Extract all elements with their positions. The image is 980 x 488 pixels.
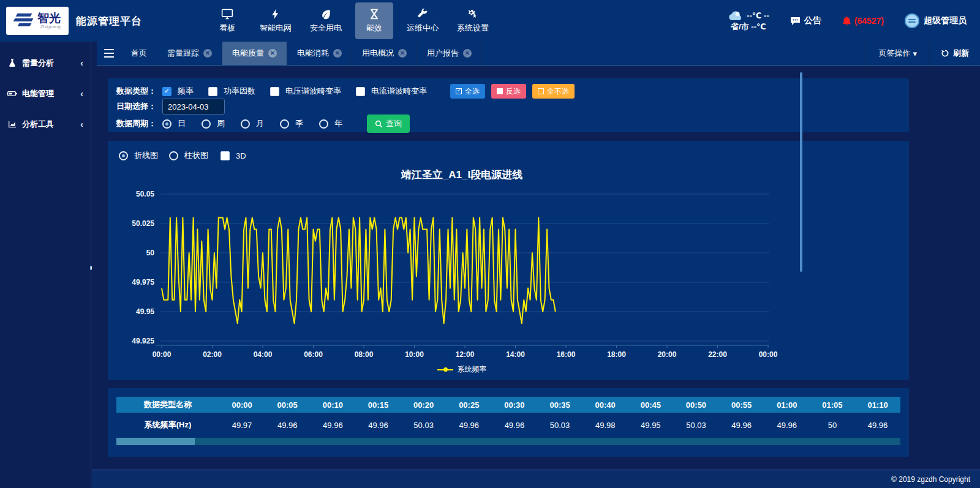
monitor-icon [221, 8, 233, 20]
radio-period-year[interactable] [319, 119, 328, 129]
invert-selection-label: 反选 [506, 86, 521, 97]
sidebar-item-energy-management[interactable]: 电能管理 ‹ [0, 78, 91, 109]
cloud-icon [728, 10, 744, 21]
select-none-button[interactable]: 全不选 [532, 84, 575, 99]
close-icon[interactable]: ✕ [398, 49, 407, 58]
x-axis-tick-label: 12:00 [456, 350, 475, 359]
checkbox-power-factor[interactable] [208, 87, 217, 96]
nav-item-dashboard[interactable]: 看板 [208, 2, 246, 39]
close-icon[interactable]: ✕ [268, 49, 277, 58]
table-header-name-cell: 数据类型名称 [116, 397, 219, 413]
checkbox-label[interactable]: 功率因数 [224, 86, 255, 97]
radio-bar-chart[interactable] [169, 151, 178, 160]
nav-item-safe-power[interactable]: 安全用电 [305, 2, 347, 39]
nav-item-smart-grid[interactable]: 智能电网 [255, 2, 296, 39]
table-header-time-cell: 01:00 [764, 397, 810, 413]
radio-label[interactable]: 周 [217, 118, 225, 129]
table-row: 系统频率(Hz)49.9749.9649.9649.9650.0349.9649… [116, 417, 900, 433]
select-all-button[interactable]: 全选 [450, 84, 485, 99]
brand-logo-icon [14, 13, 35, 29]
tab-label: 用电概况 [362, 48, 394, 59]
sidebar-item-demand-analysis[interactable]: 需量分析 ‹ [0, 48, 91, 78]
content-scrollbar-thumb[interactable] [800, 72, 802, 272]
table-h-scrollbar-thumb[interactable] [116, 438, 195, 445]
select-all-label: 全选 [465, 86, 480, 97]
nav-item-ops-center[interactable]: 运维中心 [402, 2, 443, 39]
weather-temp: --℃ -- [747, 10, 769, 21]
header-right: --℃ -- 省/市 --℃ 公告 (64527) 超级管理员 [728, 10, 980, 32]
checkbox-label[interactable]: 电流谐波畸变率 [371, 86, 427, 97]
radio-label[interactable]: 季 [295, 118, 303, 129]
legend-label: 系统频率 [458, 364, 487, 375]
chart-legend[interactable]: 系统频率 [156, 364, 768, 375]
refresh-icon [941, 49, 949, 58]
notice-button[interactable]: 公告 [790, 15, 821, 26]
table-header-time-cell: 00:00 [219, 397, 265, 413]
radio-period-quarter[interactable] [280, 119, 289, 129]
alarm-count: (64527) [854, 16, 884, 26]
table-header-time-cell: 00:30 [492, 397, 537, 413]
tab-energy-consumption[interactable]: 电能消耗 ✕ [287, 42, 352, 65]
radio-label[interactable]: 日 [178, 118, 186, 129]
nav-item-label: 安全用电 [310, 23, 342, 34]
invert-selection-button[interactable]: 反选 [491, 84, 526, 99]
radio-period-month[interactable] [241, 119, 250, 129]
alarm-button[interactable]: (64527) [842, 16, 884, 26]
table-header-row: 数据类型名称00:0000:0500:1000:1500:2000:2500:3… [116, 397, 900, 413]
bell-icon [842, 16, 851, 26]
checkbox-frequency[interactable] [162, 87, 172, 96]
table-header-time-cell: 00:45 [628, 397, 673, 413]
tab-operations-dropdown[interactable]: 页签操作 ▾ [865, 42, 929, 65]
checkbox-3d[interactable] [221, 151, 230, 160]
radio-label[interactable]: 月 [256, 118, 264, 129]
table-header-time-cell: 01:05 [810, 397, 855, 413]
chevron-left-icon: ‹ [80, 119, 83, 129]
search-icon [375, 120, 383, 128]
close-icon[interactable]: ✕ [463, 49, 472, 58]
tab-bar: 首页 需量跟踪 ✕ 电能质量 ✕ 电能消耗 ✕ 用电概况 ✕ 用户报告 ✕ 页签… [97, 42, 980, 66]
sidebar-item-analysis-tools[interactable]: 分析工具 ‹ [0, 109, 91, 140]
radio-period-day[interactable] [162, 119, 172, 129]
chart-type-controls: 折线图 柱状图 3D [113, 148, 904, 163]
threed-label[interactable]: 3D [236, 151, 246, 160]
tab-label: 电能消耗 [297, 48, 329, 59]
table-header-time-cell: 00:25 [447, 397, 492, 413]
radio-period-week[interactable] [202, 119, 211, 129]
brand-name-cn: 智光 [37, 12, 61, 24]
x-axis-tick-label: 08:00 [355, 350, 374, 359]
tab-power-quality[interactable]: 电能质量 ✕ [222, 42, 287, 65]
tab-power-overview[interactable]: 用电概况 ✕ [352, 42, 417, 65]
checkbox-label[interactable]: 电压谐波畸变率 [285, 86, 341, 97]
checkbox-current-thd[interactable] [356, 87, 365, 96]
bar-chart-label[interactable]: 柱状图 [184, 150, 208, 161]
tab-user-report[interactable]: 用户报告 ✕ [417, 42, 482, 65]
line-chart[interactable]: 50.0550.0255049.97549.9549.92500:0002:00… [113, 184, 904, 362]
table-h-scrollbar[interactable] [116, 438, 900, 445]
y-axis-tick-label: 50.05 [136, 190, 154, 198]
date-input[interactable] [162, 99, 225, 114]
table-header-time-cell: 00:20 [401, 397, 447, 413]
copyright-text: © 2019 zgzdh Copyright [891, 475, 970, 484]
close-icon[interactable]: ✕ [203, 49, 212, 58]
refresh-button[interactable]: 刷新 [929, 42, 980, 65]
radio-label[interactable]: 年 [334, 118, 342, 129]
query-button[interactable]: 查询 [367, 114, 410, 133]
tab-home[interactable]: 首页 [121, 42, 157, 65]
table-value-cell: 49.97 [219, 417, 265, 433]
tab-demand-tracking[interactable]: 需量跟踪 ✕ [157, 42, 222, 65]
radio-line-chart[interactable] [119, 151, 128, 160]
checkbox-voltage-thd[interactable] [270, 87, 279, 96]
nav-item-energy-efficiency[interactable]: 能效 [355, 2, 393, 39]
weather-widget[interactable]: --℃ -- 省/市 --℃ [728, 10, 769, 32]
user-menu[interactable]: 超级管理员 [905, 13, 967, 28]
nav-item-label: 能效 [366, 23, 382, 34]
checkbox-label[interactable]: 频率 [178, 86, 194, 97]
line-chart-label[interactable]: 折线图 [134, 150, 158, 161]
table-value-cell: 49.96 [764, 417, 810, 433]
table-header-time-cell: 00:15 [355, 397, 401, 413]
energy-management-app: 智光 Zhiguang 能源管理平台 看板 智能电网 安全用电 能效 [0, 0, 980, 488]
chart-title: 靖江圣立_A1_I段电源进线 [156, 168, 768, 182]
close-icon[interactable]: ✕ [333, 49, 342, 58]
tab-menu-button[interactable] [97, 42, 121, 65]
nav-item-system-settings[interactable]: 系统设置 [452, 2, 494, 39]
